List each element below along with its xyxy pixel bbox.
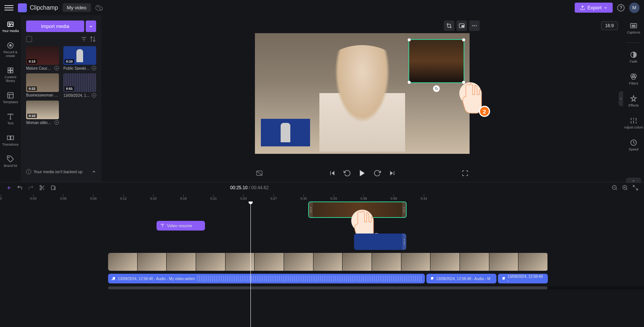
rail-speed[interactable]: Speed bbox=[623, 137, 644, 153]
menu-button[interactable] bbox=[4, 3, 13, 12]
ruler-tick: 0:24 bbox=[240, 194, 247, 200]
svg-marker-30 bbox=[390, 171, 393, 175]
rail-your-media[interactable]: Your media bbox=[0, 19, 21, 34]
collapse-timeline-button[interactable]: ⌄ bbox=[626, 178, 641, 183]
split-button[interactable] bbox=[39, 184, 45, 191]
text-clip[interactable]: Video resume bbox=[157, 221, 205, 231]
audio-clip[interactable]: 13/09/2024, 12:58:48 - Audio - My video.… bbox=[108, 274, 425, 283]
playhead[interactable] bbox=[250, 201, 251, 327]
timeline-ruler[interactable]: 00:030:060:090:120:150:180:210:240:270:3… bbox=[0, 193, 644, 201]
svg-marker-27 bbox=[332, 171, 335, 175]
filter-button[interactable] bbox=[80, 36, 87, 42]
svg-line-59 bbox=[636, 188, 638, 190]
svg-point-24 bbox=[476, 25, 477, 26]
add-media-button[interactable]: + bbox=[54, 120, 59, 125]
chevron-down-icon bbox=[89, 24, 93, 29]
collapse-right-panel-button[interactable]: › bbox=[619, 91, 623, 106]
top-bar: Clipchamp My video Export ? M bbox=[0, 0, 644, 15]
ai-tool-button[interactable]: ✦ bbox=[5, 184, 12, 191]
aspect-ratio-selector[interactable]: 16:9 bbox=[601, 21, 618, 30]
fullscreen-button[interactable] bbox=[461, 169, 470, 178]
backup-warning[interactable]: ! Your media isn't backed up bbox=[26, 167, 96, 177]
svg-point-2 bbox=[9, 23, 10, 25]
zoom-in-button[interactable] bbox=[622, 184, 628, 191]
ruler-tick: 0:42 bbox=[420, 194, 427, 200]
project-title[interactable]: My video bbox=[63, 3, 91, 12]
import-dropdown-button[interactable] bbox=[86, 20, 96, 32]
undo-button[interactable] bbox=[16, 184, 23, 191]
main-video-clip[interactable] bbox=[108, 253, 548, 271]
add-media-button[interactable]: + bbox=[92, 66, 96, 70]
rail-brand-kit[interactable]: Brand kit bbox=[0, 154, 21, 169]
preview-area: 16:9 ↻ 2 bbox=[101, 15, 623, 182]
redo-button[interactable] bbox=[28, 184, 34, 191]
clip-trim-left[interactable]: ⋮ bbox=[309, 202, 313, 217]
svg-rect-6 bbox=[11, 68, 13, 70]
crop-timeline-button[interactable] bbox=[50, 184, 57, 191]
add-media-button[interactable]: + bbox=[92, 93, 96, 98]
forward-button[interactable] bbox=[373, 169, 382, 178]
user-avatar[interactable]: M bbox=[629, 3, 640, 13]
svg-point-46 bbox=[40, 188, 41, 190]
timeline-tracks: ⋮ ⋮ 1 Video resume ⋮ bbox=[0, 201, 644, 327]
clip-trim-right[interactable]: ⋮ bbox=[402, 234, 406, 250]
svg-rect-8 bbox=[11, 71, 13, 73]
zoom-out-button[interactable] bbox=[611, 184, 618, 191]
import-media-button[interactable]: Import media bbox=[26, 20, 84, 32]
add-media-button[interactable]: + bbox=[54, 66, 59, 70]
svg-point-4 bbox=[10, 45, 12, 47]
overlay-clip-mic[interactable] bbox=[261, 119, 310, 146]
rail-adjust-colors[interactable]: Adjust colors bbox=[623, 115, 644, 131]
help-button[interactable]: ? bbox=[617, 4, 625, 12]
rail-captions[interactable]: CC Captions bbox=[623, 20, 644, 36]
crop-button[interactable] bbox=[444, 20, 454, 31]
skip-forward-button[interactable] bbox=[388, 169, 397, 178]
timeline-scrollbar[interactable] bbox=[108, 286, 644, 289]
video-clip-mic[interactable]: ⋮ bbox=[354, 234, 406, 250]
rail-filters[interactable]: Filters bbox=[623, 72, 644, 87]
upload-icon bbox=[580, 5, 585, 10]
media-item[interactable]: 0:13 Mature Cauc…+ bbox=[26, 46, 59, 70]
music-icon bbox=[111, 276, 116, 281]
zoom-fit-button[interactable] bbox=[632, 184, 639, 191]
audio-clip[interactable]: 13/09/2024, 12:58:48 - bbox=[498, 274, 548, 283]
media-item[interactable]: 0:10 Public Speaki…+ bbox=[63, 46, 96, 70]
svg-line-0 bbox=[97, 6, 102, 10]
hide-preview-button[interactable] bbox=[255, 169, 264, 178]
export-button[interactable]: Export bbox=[575, 3, 613, 13]
ruler-tick: 0:15 bbox=[150, 194, 157, 200]
media-item[interactable]: 0:22 Businesswoman … bbox=[26, 73, 59, 98]
overlay-clip-selected[interactable]: ↻ bbox=[408, 39, 464, 83]
play-button[interactable] bbox=[358, 169, 367, 178]
video-preview[interactable]: ↻ 2 bbox=[255, 33, 470, 154]
brand-logo[interactable]: Clipchamp bbox=[18, 3, 58, 12]
ruler-tick: 0:09 bbox=[90, 194, 97, 200]
svg-rect-5 bbox=[8, 68, 10, 70]
audio-clip[interactable]: 13/09/2024, 12:58:48 - Audio - M bbox=[426, 274, 496, 283]
sort-button[interactable] bbox=[89, 36, 96, 42]
cloud-sync-icon[interactable] bbox=[95, 4, 103, 12]
media-item[interactable]: 0:51 13/09/2024, 1…+ bbox=[63, 73, 96, 98]
svg-text:CC: CC bbox=[632, 25, 635, 27]
clipchamp-icon bbox=[18, 3, 27, 12]
skip-back-button[interactable] bbox=[328, 169, 337, 178]
rail-record-create[interactable]: Record & create bbox=[0, 40, 21, 59]
rail-transitions[interactable]: Transitions bbox=[0, 133, 21, 148]
pip-button[interactable] bbox=[457, 20, 467, 31]
more-options-button[interactable] bbox=[469, 20, 480, 31]
clip-trim-right[interactable]: ⋮ bbox=[402, 202, 406, 217]
rewind-button[interactable] bbox=[343, 169, 352, 178]
rail-templates[interactable]: Templates bbox=[0, 90, 21, 105]
rail-text[interactable]: Text bbox=[0, 111, 21, 127]
select-all-checkbox[interactable] bbox=[26, 36, 32, 42]
svg-point-23 bbox=[474, 25, 475, 26]
ruler-tick: 0:33 bbox=[331, 194, 337, 200]
rail-content-library[interactable]: Content library bbox=[0, 65, 21, 84]
rail-effects[interactable]: Effects bbox=[623, 93, 644, 109]
rotate-handle[interactable]: ↻ bbox=[433, 85, 440, 92]
svg-line-55 bbox=[626, 189, 627, 190]
ruler-tick: 0:36 bbox=[360, 194, 367, 200]
rail-fade[interactable]: Fade bbox=[623, 50, 644, 65]
media-item[interactable]: 0:10 Woman sittin…+ bbox=[26, 101, 59, 125]
video-clip-overlay[interactable]: ⋮ ⋮ bbox=[308, 201, 407, 218]
